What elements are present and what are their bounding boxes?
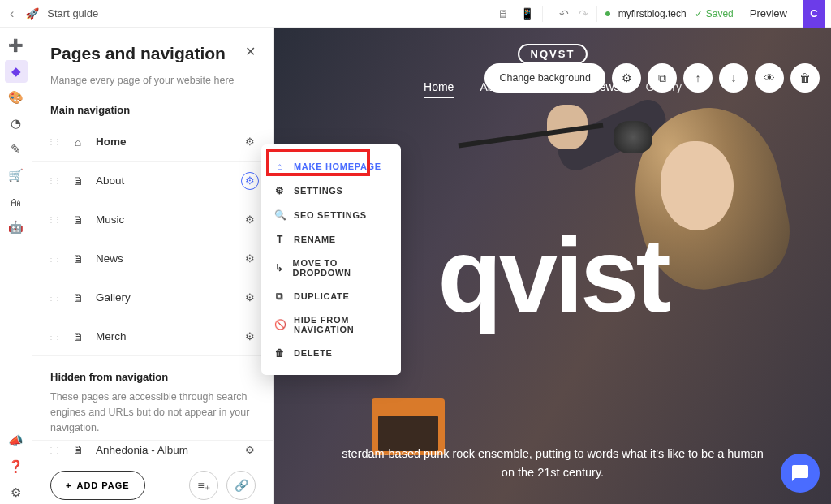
drag-handle-icon[interactable]: ⋮⋮: [47, 176, 60, 185]
blog-button[interactable]: ✎: [5, 138, 28, 161]
ctx-rename[interactable]: T RENAME: [261, 227, 401, 252]
nav-item-about[interactable]: ⋮⋮ 🗎 About ⚙: [32, 162, 273, 200]
page-label: News: [96, 252, 230, 265]
ctx-make-homepage[interactable]: ⌂ MAKE HOMEPAGE: [261, 154, 401, 179]
text-icon: T: [274, 234, 286, 245]
site-logo[interactable]: NQVST: [518, 44, 588, 64]
add-section-button[interactable]: ➕: [5, 34, 28, 57]
gear-icon: ⚙: [274, 185, 286, 196]
sidebar-subtitle: Manage every page of your website here: [32, 75, 273, 99]
page-settings-button[interactable]: ⚙: [241, 172, 259, 190]
store-button[interactable]: 🛒: [5, 164, 28, 187]
start-guide-link[interactable]: Start guide: [47, 7, 98, 19]
nav-item-news[interactable]: ⋮⋮ 🗎 News ⚙: [32, 239, 273, 278]
undo-button[interactable]: ↶: [556, 6, 572, 22]
page-icon: 🗎: [71, 330, 84, 343]
ctx-move-to-dropdown[interactable]: ↳ MOVE TO DROPDOWN: [261, 252, 401, 284]
nav-link-home[interactable]: Home: [424, 80, 454, 98]
add-link-button[interactable]: 🔗: [226, 471, 256, 500]
chat-launcher[interactable]: [781, 454, 820, 493]
page-settings-button[interactable]: ⚙: [241, 441, 259, 459]
announce-button[interactable]: 📣: [5, 429, 28, 452]
page-settings-button[interactable]: ⚙: [241, 133, 259, 151]
ctx-delete[interactable]: 🗑 DELETE: [261, 341, 401, 365]
back-button[interactable]: ‹: [6, 6, 17, 21]
topbar: ‹ 🚀 Start guide 🖥 📱 ↶ ↷ myfirstblog.tech…: [0, 0, 831, 28]
page-label: Music: [96, 213, 230, 226]
nav-item-music[interactable]: ⋮⋮ 🗎 Music ⚙: [32, 200, 273, 239]
page-label: Merch: [96, 330, 230, 342]
duplicate-icon: ⧉: [274, 291, 286, 302]
add-page-button[interactable]: + ADD PAGE: [50, 471, 145, 500]
pages-button[interactable]: ◆: [5, 60, 28, 83]
section-toolbar: Change background ⚙ ⧉ ↑ ↓ 👁 🗑: [484, 63, 820, 93]
delete-section-button[interactable]: 🗑: [790, 63, 820, 93]
drag-handle-icon[interactable]: ⋮⋮: [47, 293, 60, 302]
ctx-duplicate[interactable]: ⧉ DUPLICATE: [261, 284, 401, 308]
move-down-button[interactable]: ↓: [719, 63, 748, 93]
trash-icon: 🗑: [274, 347, 286, 359]
settings-button[interactable]: ⚙: [5, 481, 28, 504]
chat-icon: [790, 463, 810, 483]
redo-button[interactable]: ↷: [575, 6, 592, 22]
selection-line: [274, 106, 831, 106]
add-dropdown-button[interactable]: ≡₊: [189, 471, 218, 500]
sidebar-title: Pages and navigation: [50, 44, 239, 63]
page-icon: 🗎: [71, 443, 84, 456]
hero-subtitle[interactable]: sterdam-based punk rock ensemble, puttin…: [274, 445, 831, 482]
page-label: Anhedonia - Album: [96, 444, 230, 456]
drag-handle-icon[interactable]: ⋮⋮: [47, 446, 60, 454]
nav-item-merch[interactable]: ⋮⋮ 🗎 Merch ⚙: [32, 317, 273, 356]
help-button[interactable]: ❓: [5, 455, 28, 478]
visibility-button[interactable]: 👁: [755, 63, 784, 93]
hidden-section-title: Hidden from navigation: [50, 371, 256, 383]
page-settings-button[interactable]: ⚙: [241, 328, 259, 346]
desktop-icon[interactable]: 🖥: [494, 6, 512, 22]
page-context-menu: ⌂ MAKE HOMEPAGE ⚙ SETTINGS 🔍 SEO SETTING…: [261, 144, 401, 375]
domain-label[interactable]: myfirstblog.tech: [618, 8, 687, 19]
duplicate-section-button[interactable]: ⧉: [648, 63, 677, 93]
ctx-settings[interactable]: ⚙ SETTINGS: [261, 179, 401, 203]
tool-rail: ➕ ◆ 🎨 ◔ ✎ 🛒 🗛 🤖 📣 ❓ ⚙: [0, 28, 32, 504]
ctx-seo-settings[interactable]: 🔍 SEO SETTINGS: [261, 203, 401, 227]
page-icon: 🗎: [71, 213, 84, 226]
hidden-section-desc: These pages are accessible through searc…: [50, 390, 256, 435]
status-dot: [605, 11, 610, 16]
close-sidebar-button[interactable]: ✕: [245, 44, 256, 59]
drag-handle-icon[interactable]: ⋮⋮: [47, 215, 60, 224]
page-settings-button[interactable]: ⚙: [241, 289, 259, 307]
pages-sidebar: Pages and navigation ✕ Manage every page…: [32, 28, 274, 504]
drag-handle-icon[interactable]: ⋮⋮: [47, 254, 60, 263]
nav-item-gallery[interactable]: ⋮⋮ 🗎 Gallery ⚙: [32, 278, 273, 317]
mobile-icon[interactable]: 📱: [517, 6, 537, 22]
page-icon: 🗎: [71, 174, 84, 187]
page-label: Gallery: [96, 291, 230, 304]
page-icon: 🗎: [71, 291, 84, 304]
drag-handle-icon[interactable]: ⋮⋮: [47, 137, 60, 146]
styles-button[interactable]: 🎨: [5, 86, 28, 109]
ai-button[interactable]: 🤖: [5, 216, 28, 239]
page-settings-button[interactable]: ⚙: [241, 250, 259, 268]
drag-handle-icon[interactable]: ⋮⋮: [47, 332, 60, 341]
ctx-hide[interactable]: 🚫 HIDE FROM NAVIGATION: [261, 308, 401, 341]
publish-button[interactable]: C: [803, 0, 825, 28]
device-switcher: 🖥 📱: [489, 6, 543, 22]
home-icon: ⌂: [71, 136, 84, 149]
check-icon: ✓: [695, 8, 703, 19]
search-icon: 🔍: [274, 209, 286, 221]
hidden-item-anhedonia[interactable]: ⋮⋮ 🗎 Anhedonia - Album ⚙: [32, 440, 273, 459]
page-settings-button[interactable]: ⚙: [241, 211, 259, 229]
plus-icon: +: [66, 480, 71, 490]
rocket-icon: 🚀: [25, 7, 39, 20]
main-nav-label: Main navigation: [32, 99, 273, 123]
home-icon: ⌂: [274, 161, 286, 172]
section-settings-button[interactable]: ⚙: [612, 63, 641, 93]
preview-button[interactable]: Preview: [742, 7, 795, 19]
translate-button[interactable]: 🗛: [5, 190, 28, 213]
move-up-button[interactable]: ↑: [683, 63, 713, 93]
nav-item-home[interactable]: ⋮⋮ ⌂ Home ⚙: [32, 123, 273, 162]
change-background-button[interactable]: Change background: [484, 63, 605, 93]
elements-button[interactable]: ◔: [5, 112, 28, 135]
page-label: Home: [96, 136, 230, 148]
move-icon: ↳: [274, 262, 285, 274]
